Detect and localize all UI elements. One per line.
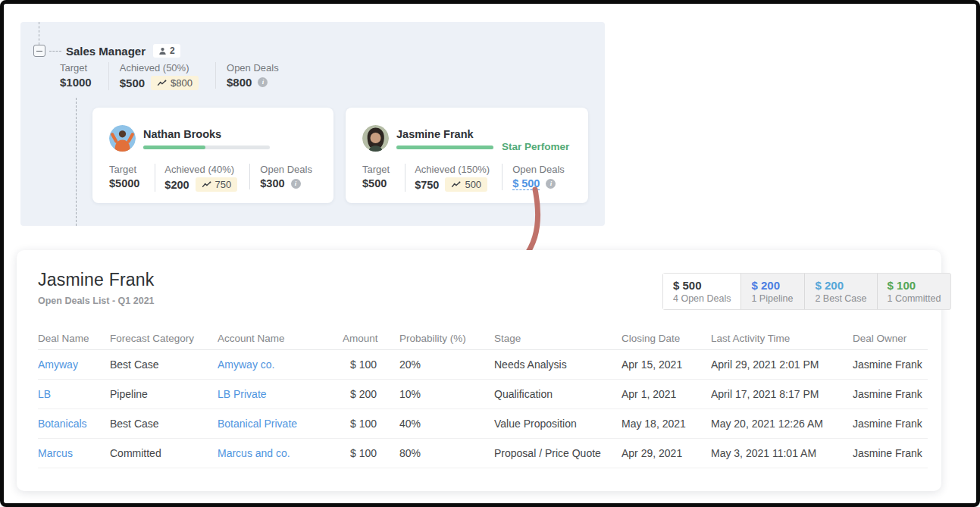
achievement-progress-fill	[143, 146, 205, 149]
amount-cell: $ 100	[343, 447, 399, 459]
rep-stats: Target $500 Achieved (150%) $750	[362, 164, 565, 192]
summary-label: 4 Open Deals	[673, 293, 731, 304]
summary-label: 1 Pipeline	[751, 293, 794, 304]
deal-name-link[interactable]: Amyway	[38, 358, 110, 371]
rep-stats: Target $5000 Achieved (40%) $200	[109, 164, 312, 192]
stage-cell: Qualification	[494, 388, 622, 400]
col-header-stage: Stage	[494, 333, 622, 344]
deal-name-link[interactable]: Botanicals	[38, 418, 110, 430]
target-value: $500	[362, 177, 387, 189]
summary-value: $ 200	[751, 279, 794, 292]
achieved-label: Achieved (150%)	[415, 164, 490, 175]
achieved-trend-badge: 750	[196, 177, 238, 192]
target-value: $1000	[60, 76, 92, 89]
table-row: Marcus Committed Marcus and co. $ 100 80…	[38, 439, 928, 468]
col-header-amount: Amount	[343, 333, 399, 344]
open-deals-detail-panel: Jasmine Frank Open Deals List - Q1 2021 …	[17, 250, 941, 491]
closing-date-cell: Apr 29, 2021	[622, 447, 711, 459]
forecast-category-cell: Best Case	[110, 418, 218, 430]
target-label: Target	[362, 164, 390, 175]
open-deals-label: Open Deals	[227, 62, 279, 74]
forecast-category-cell: Committed	[110, 447, 218, 459]
open-deals-link[interactable]: $ 500	[512, 177, 540, 190]
deal-owner-cell: Jasmine Frank	[853, 358, 928, 371]
amount-cell: $ 100	[343, 358, 399, 371]
table-row: Amyway Best Case Amyway co. $ 100 20% Ne…	[38, 350, 928, 380]
target-stat: Target $5000	[109, 164, 155, 189]
trend-badge-value: 500	[465, 179, 481, 190]
stage-cell: Needs Analysis	[494, 358, 622, 371]
last-activity-cell: May 20, 2021 12:26 AM	[711, 418, 853, 430]
deal-name-link[interactable]: LB	[38, 388, 110, 400]
closing-date-cell: May 18, 2021	[622, 418, 711, 430]
achieved-stat: Achieved (150%) $750 500	[405, 164, 502, 192]
tree-connector-top	[39, 22, 39, 45]
table-row: LB Pipeline LB Private $ 200 10% Qualifi…	[38, 380, 928, 409]
star-performer-tag: Star Perfomer	[502, 141, 569, 152]
org-root-title: Sales Manager	[66, 45, 146, 58]
achievement-progress-bar	[396, 146, 493, 149]
col-header-probability: Probability (%)	[399, 333, 494, 344]
deal-owner-cell: Jasmine Frank	[853, 447, 928, 459]
closing-date-cell: Apr 1, 2021	[622, 388, 711, 400]
info-icon[interactable]: i	[546, 179, 556, 189]
account-name-link[interactable]: Marcus and co.	[218, 447, 343, 459]
summary-value: $ 100	[888, 279, 941, 292]
col-header-forecast-category: Forecast Category	[110, 333, 218, 344]
account-name-link[interactable]: LB Private	[218, 388, 343, 400]
table-row: Botanicals Best Case Botanical Private $…	[38, 409, 928, 439]
target-label: Target	[60, 62, 92, 74]
summary-pipeline[interactable]: $ 200 1 Pipeline	[740, 274, 804, 309]
stage-cell: Proposal / Price Quote	[494, 447, 622, 459]
forecast-category-cell: Best Case	[110, 358, 218, 371]
amount-cell: $ 200	[343, 388, 399, 400]
open-deals-label: Open Deals	[260, 164, 312, 175]
deal-name-link[interactable]: Marcus	[38, 447, 110, 459]
tree-collapse-toggle[interactable]	[33, 45, 45, 57]
page-subtitle: Open Deals List - Q1 2021	[38, 296, 155, 306]
summary-open-deals[interactable]: $ 500 4 Open Deals	[663, 274, 740, 309]
achieved-trend-badge: 500	[445, 177, 487, 192]
forecast-category-cell: Pipeline	[110, 388, 218, 400]
person-icon	[158, 47, 167, 55]
open-deals-table: Deal Name Forecast Category Account Name…	[38, 327, 928, 468]
achieved-value: $750	[415, 179, 439, 191]
achieved-stat: Achieved (50%) $500 $800	[108, 62, 215, 90]
last-activity-cell: May 3, 2021 11:01 AM	[711, 447, 853, 459]
deal-owner-cell: Jasmine Frank	[853, 418, 928, 430]
info-icon[interactable]: i	[258, 77, 268, 87]
table-header-row: Deal Name Forecast Category Account Name…	[38, 327, 928, 350]
col-header-deal-owner: Deal Owner	[853, 333, 928, 344]
info-icon[interactable]: i	[291, 179, 301, 189]
stage-cell: Value Proposition	[494, 418, 622, 430]
open-deals-value: $800	[227, 76, 252, 89]
member-count-badge: 2	[153, 44, 180, 58]
summary-label: 2 Best Case	[815, 293, 866, 304]
col-header-deal-name: Deal Name	[38, 333, 110, 344]
account-name-link[interactable]: Botanical Private	[218, 418, 343, 430]
org-root-stats: Target $1000 Achieved (50%) $500 $800	[60, 62, 279, 90]
col-header-account-name: Account Name	[218, 333, 343, 344]
screenshot-frame: Sales Manager 2 Target $1000 Achieved (5…	[0, 0, 980, 507]
amount-cell: $ 100	[343, 418, 399, 430]
target-stat: Target $1000	[60, 62, 108, 89]
open-deals-label: Open Deals	[512, 164, 565, 175]
avatar-nathan-brooks	[109, 125, 136, 152]
rep-card-nathan-brooks: Nathan Brooks Target $5000 Achieved (40%…	[92, 108, 333, 203]
rep-name: Nathan Brooks	[143, 128, 221, 140]
summary-value: $ 200	[815, 279, 866, 292]
summary-committed[interactable]: $ 100 1 Committed	[877, 274, 951, 309]
probability-cell: 10%	[399, 388, 494, 400]
summary-label: 1 Committed	[888, 293, 941, 304]
achievement-progress-fill	[396, 146, 493, 149]
trend-icon	[157, 80, 167, 86]
account-name-link[interactable]: Amyway co.	[218, 358, 343, 371]
probability-cell: 80%	[399, 447, 494, 459]
rep-card-jasmine-frank: Jasmine Frank Star Perfomer Target $500 …	[346, 108, 588, 203]
achieved-trend-badge: $800	[151, 76, 199, 90]
summary-best-case[interactable]: $ 200 2 Best Case	[804, 274, 876, 309]
target-label: Target	[109, 164, 139, 175]
deals-summary-box: $ 500 4 Open Deals $ 200 1 Pipeline $ 20…	[662, 273, 951, 310]
avatar-jasmine-frank	[362, 125, 389, 152]
trend-icon	[202, 181, 211, 188]
